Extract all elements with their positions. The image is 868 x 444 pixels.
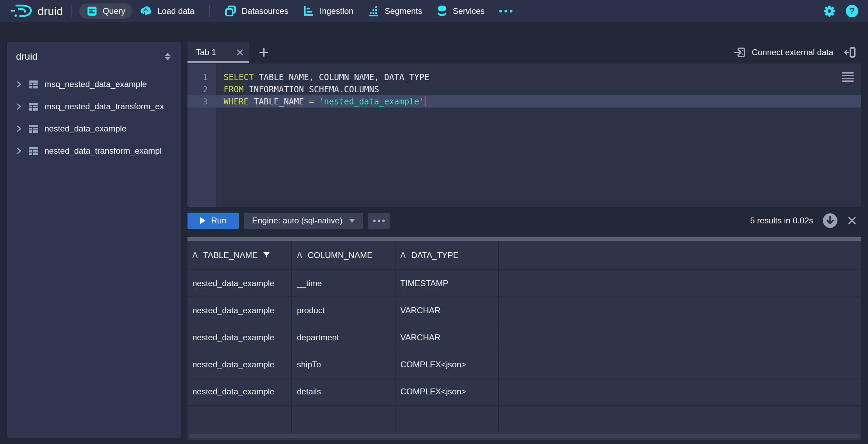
upload-cloud-icon xyxy=(139,5,152,18)
results-header-row: A TABLE_NAME A COLUMN_NAME A DATA_TYPE xyxy=(187,241,861,270)
horizontal-scrollbar[interactable] xyxy=(189,434,860,438)
druid-logo[interactable]: druid xyxy=(10,3,63,19)
nav-item-segments[interactable]: Segments xyxy=(360,3,429,19)
cell-table-name[interactable]: nested_data_example xyxy=(187,324,292,351)
query-icon xyxy=(86,5,98,17)
cell-column-name[interactable]: product xyxy=(292,297,395,324)
column-header-column-name[interactable]: A COLUMN_NAME xyxy=(292,241,395,270)
column-header-data-type[interactable]: A DATA_TYPE xyxy=(395,241,499,270)
brand-name: druid xyxy=(37,5,63,18)
line-number: 3 xyxy=(187,97,216,106)
more-dots-icon xyxy=(373,220,376,222)
run-button[interactable]: Run xyxy=(187,213,239,229)
tree-item-table[interactable]: nested_data_example xyxy=(7,118,181,140)
query-tab[interactable]: Tab 1 xyxy=(187,42,249,63)
download-results-icon[interactable] xyxy=(822,213,838,229)
cell-table-name[interactable]: nested_data_example xyxy=(187,297,292,324)
connect-external-data-button[interactable]: Connect external data xyxy=(734,46,833,59)
string-type-icon: A xyxy=(297,251,302,260)
run-label: Run xyxy=(211,216,226,225)
panel-resize-handle[interactable] xyxy=(187,237,861,241)
query-more-button[interactable] xyxy=(368,213,390,229)
cell-data-type[interactable]: TIMESTAMP xyxy=(395,270,499,297)
cell-column-name[interactable]: shipTo xyxy=(292,351,395,378)
code-line: 1 SELECT TABLE_NAME, COLUMN_NAME, DATA_T… xyxy=(187,71,861,83)
nav-item-datasources[interactable]: Datasources xyxy=(217,3,295,19)
nav-item-label: Ingestion xyxy=(320,6,353,16)
tree-item-table[interactable]: nested_data_transform_exampl xyxy=(7,140,181,162)
data-connection-icon xyxy=(734,46,746,59)
nav-item-label: Segments xyxy=(385,6,422,16)
nav-item-label: Query xyxy=(103,6,125,16)
play-icon xyxy=(200,217,206,224)
nav-divider xyxy=(209,5,210,17)
more-dots-icon xyxy=(499,9,513,13)
schema-header: druid xyxy=(7,42,181,68)
cell-data-type[interactable]: VARCHAR xyxy=(395,297,499,324)
editor-menu-icon[interactable] xyxy=(842,72,854,82)
new-tab-icon[interactable] xyxy=(259,48,269,57)
cell-table-name[interactable]: nested_data_example xyxy=(187,378,292,405)
collapse-panel-icon[interactable] xyxy=(844,46,856,59)
services-database-icon xyxy=(436,5,448,18)
nav-item-services[interactable]: Services xyxy=(429,3,492,19)
table-name-label: nested_data_transform_exampl xyxy=(44,146,162,156)
code-text: WHERE TABLE_NAME = 'nested_data_example' xyxy=(216,96,426,106)
table-name-label: msq_nested_data_transform_ex xyxy=(44,102,164,111)
chevron-right-icon[interactable] xyxy=(16,80,22,89)
druid-logo-icon xyxy=(10,3,34,19)
top-nav-bar: druid Query Load xyxy=(0,0,868,22)
schema-name: druid xyxy=(16,51,37,62)
result-status-area: 5 results in 0.02s xyxy=(750,213,861,229)
cell-column-name[interactable]: department xyxy=(292,324,395,351)
chevron-right-icon[interactable] xyxy=(16,102,22,111)
cell-data-type[interactable]: VARCHAR xyxy=(395,324,499,351)
sql-editor[interactable]: 1 SELECT TABLE_NAME, COLUMN_NAME, DATA_T… xyxy=(187,63,861,207)
nav-item-load-data[interactable]: Load data xyxy=(132,3,201,19)
query-workbench: Tab 1 xyxy=(187,41,861,440)
cell-table-name[interactable]: nested_data_example xyxy=(187,351,292,378)
settings-gear-icon[interactable] xyxy=(823,5,836,18)
filter-funnel-icon[interactable] xyxy=(262,251,270,259)
table-row: nested_data_example product VARCHAR xyxy=(187,297,861,324)
nav-item-label: Datasources xyxy=(242,6,289,16)
cell-column-name[interactable]: __time xyxy=(292,270,395,297)
nav-item-query[interactable]: Query xyxy=(79,3,132,19)
table-row: nested_data_example __time TIMESTAMP xyxy=(187,270,861,297)
cell-data-type[interactable]: COMPLEX<json> xyxy=(395,378,499,405)
cell-table-name[interactable]: nested_data_example xyxy=(187,270,292,297)
tree-item-table[interactable]: msq_nested_data_transform_ex xyxy=(7,95,181,118)
string-type-icon: A xyxy=(400,251,406,260)
tabstrip-right-actions: Connect external data xyxy=(734,46,861,59)
topbar-right-actions: ? xyxy=(823,5,858,18)
nav-more-button[interactable] xyxy=(492,3,520,19)
help-icon[interactable]: ? xyxy=(846,5,858,17)
connect-external-data-label: Connect external data xyxy=(752,48,833,57)
table-name-label: nested_data_example xyxy=(44,124,126,134)
table-icon xyxy=(28,101,39,112)
engine-label: Engine: auto (sql-native) xyxy=(252,216,342,225)
nav-item-ingestion[interactable]: Ingestion xyxy=(295,3,360,19)
close-results-icon[interactable] xyxy=(847,216,857,225)
table-row: nested_data_example details COMPLEX<json… xyxy=(187,378,861,405)
table-name-label: msq_nested_data_example xyxy=(44,79,147,89)
line-number: 1 xyxy=(187,73,216,82)
datasources-icon xyxy=(224,5,237,17)
column-header-table-name[interactable]: A TABLE_NAME xyxy=(187,241,292,270)
table-icon xyxy=(28,79,39,90)
tab-close-icon[interactable] xyxy=(236,49,244,56)
code-line: 2 FROM INFORMATION_SCHEMA.COLUMNS xyxy=(187,83,861,95)
cell-data-type[interactable]: COMPLEX<json> xyxy=(395,351,499,378)
chevron-right-icon[interactable] xyxy=(16,124,22,133)
table-row: nested_data_example shipTo COMPLEX<json> xyxy=(187,351,861,378)
engine-select[interactable]: Engine: auto (sql-native) xyxy=(244,213,363,229)
sort-double-caret-icon[interactable] xyxy=(164,52,172,61)
table-row-empty xyxy=(187,405,861,433)
chevron-right-icon[interactable] xyxy=(16,146,22,155)
tree-item-table[interactable]: msq_nested_data_example xyxy=(7,73,181,95)
table-row: nested_data_example department VARCHAR xyxy=(187,324,861,351)
table-tree: msq_nested_data_example msq_nested_data_… xyxy=(7,68,181,162)
cell-column-name[interactable]: details xyxy=(292,378,395,405)
tab-strip: Tab 1 xyxy=(187,41,861,63)
segments-icon xyxy=(367,5,380,17)
